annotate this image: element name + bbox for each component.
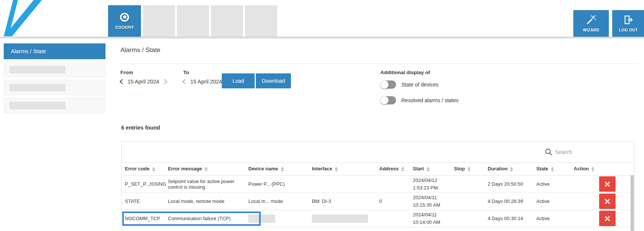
toggle-knob — [380, 96, 389, 104]
table-header-row: Error codeError messageDevice nameInterf… — [122, 163, 631, 176]
cell-interface — [310, 176, 377, 193]
cell-action — [571, 176, 631, 193]
cell-start: 2024/04/1110:14:00 AM — [411, 210, 452, 227]
search-icon[interactable] — [545, 148, 553, 156]
tab-placeholder[interactable] — [211, 5, 243, 37]
sort-icon[interactable] — [335, 165, 338, 173]
tab-placeholder[interactable] — [177, 5, 209, 37]
redacted-label — [9, 102, 65, 109]
redacted-value — [312, 215, 368, 223]
cell-action — [571, 193, 631, 210]
logout-button[interactable]: LOG OUT — [612, 10, 644, 37]
column-header-error-code[interactable]: Error code — [122, 163, 166, 176]
sort-icon[interactable] — [281, 165, 284, 173]
top-bar: COCKPIT WIZARD LOG OUT — [0, 0, 644, 37]
resolved-alarms-label: Resolved alarms / states — [401, 97, 459, 103]
entries-found-text: 6 entries found — [121, 125, 160, 131]
cell-address — [377, 210, 411, 227]
from-date-value[interactable]: 15 April 2024 — [128, 79, 159, 85]
sort-icon[interactable] — [152, 165, 155, 173]
cell-address — [377, 176, 411, 193]
cell-duration: 2 Days 20:50:50 — [485, 176, 534, 193]
column-header-action[interactable]: Action — [571, 163, 631, 176]
topbar-shadow — [0, 37, 644, 39]
cell-error-code: NOCOMM_TCP — [122, 210, 166, 227]
cell-stop — [452, 210, 485, 227]
dismiss-alarm-button[interactable] — [599, 176, 616, 192]
state-of-devices-label: State of devices — [401, 82, 439, 88]
sort-icon[interactable] — [427, 165, 430, 173]
cell-error-message: Local mode, remote mode — [166, 193, 246, 210]
tab-cockpit-label: COCKPIT — [115, 25, 134, 30]
cell-error-message: Communication failure (TCP) — [166, 210, 246, 227]
cell-start: 2024/04/121:53:23 PM — [411, 176, 452, 193]
sidebar: Alarms / State — [4, 43, 105, 113]
sort-icon[interactable] — [205, 165, 208, 173]
cell-device-name — [246, 210, 310, 227]
dismiss-alarm-button[interactable] — [599, 194, 616, 209]
cell-device-name: Power P... (PPC) — [246, 176, 310, 193]
cell-state: Active — [534, 193, 571, 210]
cockpit-target-icon — [120, 13, 129, 22]
tab-placeholder[interactable] — [143, 5, 175, 37]
company-logo-icon — [2, 0, 44, 36]
cell-interface — [310, 210, 377, 227]
dismiss-alarm-button[interactable] — [599, 211, 616, 226]
sidebar-item-placeholder[interactable] — [4, 80, 105, 95]
wizard-label: WIZARD — [583, 28, 599, 32]
to-prev-day-icon[interactable] — [183, 79, 188, 84]
column-header-address[interactable]: Address — [377, 163, 411, 176]
from-prev-day-icon[interactable] — [120, 79, 125, 84]
column-header-start[interactable]: Start — [411, 163, 452, 176]
scrollbar-thumb[interactable] — [631, 175, 634, 231]
column-header-state[interactable]: State — [534, 163, 571, 176]
column-header-duration[interactable]: Duration — [485, 163, 534, 176]
to-date-value[interactable]: 15 April 2024 — [190, 79, 222, 85]
magic-wand-icon — [586, 15, 596, 25]
state-of-devices-toggle[interactable] — [380, 80, 396, 89]
table-search-row: Search — [122, 142, 634, 162]
main-content: Alarms / State From 15 April 2024 To 15 … — [120, 41, 638, 231]
resolved-alarms-toggle[interactable] — [380, 96, 396, 104]
table-row[interactable]: P_SET_P...ISSINGSetpoint value for activ… — [122, 176, 631, 193]
table-row[interactable]: NOCOMM_TCPCommunication failure (TCP)202… — [122, 210, 631, 227]
from-next-day-icon[interactable] — [162, 79, 167, 84]
cell-state: Active — [534, 210, 571, 227]
title-divider — [120, 64, 637, 64]
sidebar-item-placeholder[interactable] — [4, 98, 105, 113]
cell-stop — [452, 176, 485, 193]
app-window: COCKPIT WIZARD LOG OUT Alarms / State Al… — [0, 0, 644, 231]
table-row[interactable]: STATELocal mode, remote modeLocal m... m… — [122, 193, 631, 210]
sidebar-item-alarms-state[interactable]: Alarms / State — [4, 43, 105, 59]
tab-cockpit[interactable]: COCKPIT — [108, 5, 141, 37]
cell-state: Active — [534, 176, 571, 193]
sort-icon[interactable] — [591, 165, 594, 173]
tab-placeholder[interactable] — [245, 5, 277, 37]
download-button[interactable]: Download — [256, 73, 291, 88]
sort-icon[interactable] — [551, 165, 554, 173]
table-scrollbar[interactable] — [631, 175, 634, 231]
cell-device-name: Local m... mode — [246, 193, 310, 210]
column-header-error-message[interactable]: Error message — [166, 163, 246, 176]
search-input[interactable]: Search — [555, 149, 619, 155]
cell-duration: 4 Days 00:30:14 — [485, 210, 534, 227]
column-header-stop[interactable]: Stop — [452, 163, 485, 176]
cell-address: 0 — [377, 193, 411, 210]
load-button[interactable]: Load — [222, 73, 255, 88]
cell-error-code: STATE — [122, 193, 166, 210]
wizard-button[interactable]: WIZARD — [573, 10, 609, 37]
sort-icon[interactable] — [510, 165, 513, 173]
from-date-picker: From 15 April 2024 — [120, 70, 166, 85]
additional-display-label: Additional display of — [380, 70, 459, 75]
additional-display-section: Additional display of State of devices R… — [380, 70, 459, 105]
sort-icon[interactable] — [467, 165, 470, 173]
cell-stop — [452, 193, 485, 210]
column-header-interface[interactable]: Interface — [310, 163, 377, 176]
page-title: Alarms / State — [120, 46, 160, 54]
column-header-device-name[interactable]: Device name — [246, 163, 310, 176]
redacted-label — [9, 66, 65, 73]
sort-icon[interactable] — [401, 165, 404, 173]
logout-door-icon — [623, 15, 633, 25]
sidebar-item-placeholder[interactable] — [4, 62, 105, 77]
cell-duration: 4 Days 00:28:39 — [485, 193, 534, 210]
